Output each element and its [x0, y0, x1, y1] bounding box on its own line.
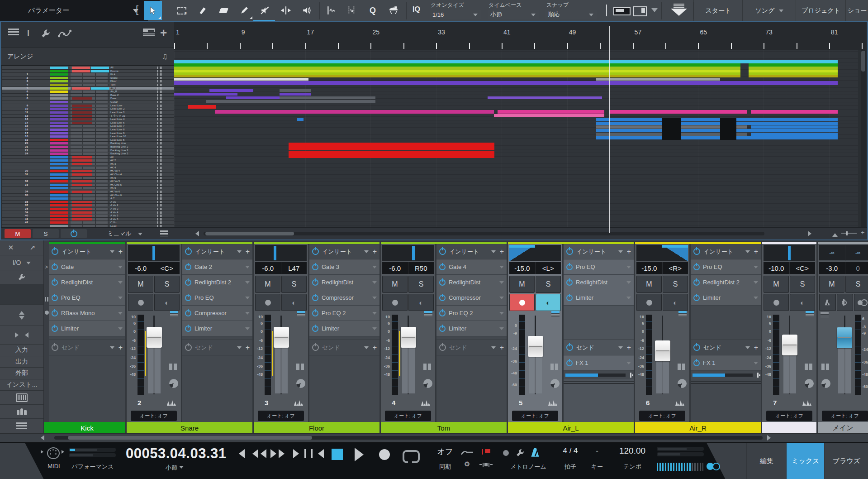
zoom-slider[interactable] [841, 233, 857, 234]
power-icon[interactable] [439, 248, 446, 255]
snap-select[interactable]: 順応 [545, 10, 597, 19]
layers-icon[interactable] [170, 311, 178, 317]
track-row[interactable]: 36A Vo [2, 201, 174, 204]
add-send-button[interactable]: + [246, 344, 250, 352]
chevron-down-icon[interactable] [245, 266, 250, 271]
clip[interactable] [188, 105, 216, 109]
chevron-down-icon[interactable] [626, 362, 631, 367]
pan-display[interactable] [764, 245, 815, 261]
snap-cursor-icon[interactable] [613, 7, 631, 15]
fader-zone[interactable]: 1060-6-12-24-36-48 [127, 313, 181, 398]
solo-button[interactable]: S [536, 276, 561, 293]
power-icon[interactable] [693, 279, 700, 286]
clip[interactable] [749, 67, 838, 70]
scroll-right-icon[interactable] [808, 231, 814, 236]
record-arm-button[interactable] [255, 294, 280, 311]
chevron-down-icon[interactable] [754, 362, 758, 367]
metronome-setup-wrench-icon[interactable] [516, 448, 525, 457]
channel-name-label[interactable]: Kick [49, 422, 125, 434]
send-level-bar[interactable] [564, 371, 634, 379]
tab-mix[interactable]: ミックス [786, 443, 825, 479]
knob-icon[interactable] [296, 379, 305, 388]
chevron-down-icon[interactable] [499, 312, 504, 317]
metronome-icon[interactable] [530, 447, 540, 457]
time-unit-select[interactable]: 小節 [126, 464, 223, 472]
power-icon[interactable] [693, 344, 700, 351]
narrow-channels-button[interactable] [0, 326, 43, 345]
solo-button[interactable]: S [790, 276, 815, 293]
waveform-icon[interactable] [548, 400, 558, 406]
chevron-down-icon[interactable] [110, 250, 114, 255]
knob-icon[interactable] [821, 379, 830, 388]
banks-button[interactable] [0, 391, 43, 405]
chevron-down-icon[interactable] [118, 327, 123, 332]
fader-strip[interactable]: -10.0<C>MS◐1060-6-12-24-36-487オート: オフ [762, 244, 816, 422]
clip[interactable] [596, 78, 720, 81]
next-bar-button[interactable] [293, 449, 306, 458]
expand-vertical-button[interactable] [0, 305, 43, 326]
chevron-down-icon[interactable] [618, 346, 623, 351]
track-row[interactable]: 2Snare [2, 77, 174, 80]
track-row[interactable]: 21Backing Line 2 [2, 145, 174, 149]
chevron-down-icon[interactable] [626, 281, 631, 286]
channel-name-label[interactable] [762, 422, 816, 434]
power-icon[interactable] [52, 279, 58, 286]
track-row[interactable]: 3Floor [2, 80, 174, 83]
song-page-button[interactable]: ソング [742, 0, 796, 21]
wrench-icon[interactable] [41, 29, 51, 38]
fader-zone[interactable]: 1060-6-12-24-36-48 [635, 313, 689, 398]
chevron-down-icon[interactable] [364, 346, 369, 351]
sidebar-item-instruments[interactable]: インスト... [0, 379, 43, 391]
pan-display[interactable] [255, 245, 307, 261]
layers-icon[interactable] [678, 311, 687, 317]
track-row[interactable]: 41A Vo 6 [2, 218, 174, 221]
chevron-down-icon[interactable] [245, 312, 250, 317]
zoom-up-icon[interactable] [832, 230, 838, 237]
power-icon[interactable] [439, 310, 446, 316]
channel-name-label[interactable]: Tom [381, 422, 507, 434]
power-icon[interactable] [566, 360, 573, 366]
cursor-mode-icon[interactable] [606, 5, 607, 16]
chevron-down-icon[interactable] [491, 346, 496, 351]
fader-strip[interactable]: -15.0<R>MS◐1060-6-12-24-36-486オート: オフ [635, 244, 689, 422]
mute-tool-button[interactable] [256, 1, 274, 20]
mono-button[interactable]: ◐ [663, 294, 688, 311]
channel-name-label[interactable]: Snare [127, 422, 252, 434]
automation-mode-button[interactable]: オート: オフ [639, 411, 685, 421]
split-tool-button[interactable] [194, 1, 212, 20]
tab-edit[interactable]: 編集 [746, 443, 787, 479]
clip[interactable] [749, 63, 838, 67]
clip[interactable] [174, 78, 308, 81]
chevron-down-icon[interactable] [372, 281, 377, 286]
power-icon[interactable] [185, 279, 191, 286]
channel-name-label[interactable]: Air_L [508, 422, 634, 434]
signature-value[interactable]: 4 / 4 [555, 446, 586, 455]
add-insert-button[interactable]: + [500, 248, 504, 256]
chevron-down-icon[interactable] [499, 281, 504, 286]
fader-strip[interactable]: -6.0R50MS◐1060-6-12-24-36-484オート: オフ [381, 244, 435, 422]
paint-tool-button[interactable] [235, 1, 253, 20]
chevron-down-icon[interactable] [237, 250, 242, 255]
insert-slot[interactable]: Pro EQ 2 [436, 306, 507, 321]
insert-slot[interactable]: Pro EQ [182, 290, 252, 306]
return-to-zero-button[interactable] [311, 449, 324, 458]
clip[interactable] [174, 75, 740, 77]
automation-mode-button[interactable]: オート: オフ [131, 411, 177, 421]
track-row[interactable]: 8Bass [2, 97, 174, 101]
mute-button[interactable]: M [764, 276, 789, 293]
channel-name-label[interactable]: メイン [818, 422, 868, 434]
show-page-button[interactable]: ショー [845, 0, 868, 21]
track-row[interactable]: #K 5 [2, 177, 174, 180]
add-insert-button[interactable]: + [119, 248, 123, 256]
sidebar-item-outputs[interactable]: 出力 [0, 356, 43, 368]
record-arm-button[interactable] [636, 294, 662, 311]
prev-bar-button[interactable] [234, 449, 245, 458]
quantize-select[interactable]: 1/16 [430, 10, 481, 19]
track-row[interactable]: #K 6 [2, 187, 174, 190]
insert-slot[interactable]: Pro EQ [691, 259, 761, 275]
track-row[interactable]: 16Lead Line 8 [2, 128, 174, 132]
scroll-right-icon[interactable] [767, 435, 773, 441]
send-level-bar[interactable] [691, 371, 761, 379]
marker-flag-icon[interactable] [485, 449, 490, 453]
import-drop-button[interactable] [669, 3, 689, 19]
